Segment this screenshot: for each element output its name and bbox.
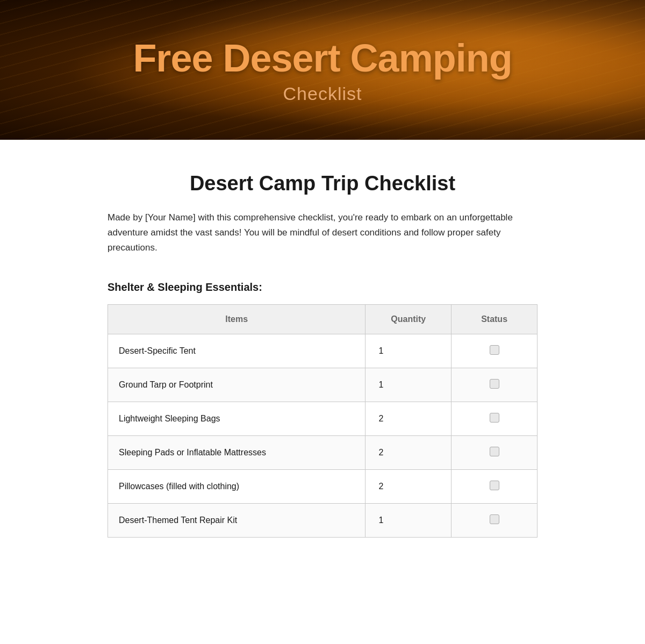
status-checkbox[interactable]	[490, 345, 499, 355]
col-header-status: Status	[452, 305, 538, 334]
cell-item: Desert-Specific Tent	[108, 334, 366, 368]
table-row: Pillowcases (filled with clothing)2	[108, 470, 538, 504]
cell-item: Ground Tarp or Footprint	[108, 368, 366, 402]
cell-quantity: 2	[366, 470, 452, 504]
status-checkbox[interactable]	[490, 447, 499, 456]
status-checkbox[interactable]	[490, 413, 499, 423]
status-checkbox[interactable]	[490, 514, 499, 524]
status-checkbox[interactable]	[490, 379, 499, 389]
main-content: Desert Camp Trip Checklist Made by [Your…	[64, 140, 580, 598]
cell-status[interactable]	[452, 402, 538, 436]
hero-title: Free Desert Camping	[133, 36, 512, 80]
page-description: Made by [Your Name] with this comprehens…	[108, 210, 538, 255]
cell-quantity: 1	[366, 334, 452, 368]
cell-item: Pillowcases (filled with clothing)	[108, 470, 366, 504]
hero-banner: Free Desert Camping Checklist	[0, 0, 645, 140]
table-row: Ground Tarp or Footprint1	[108, 368, 538, 402]
cell-quantity: 1	[366, 504, 452, 538]
section-heading: Shelter & Sleeping Essentials:	[108, 281, 538, 294]
hero-subtitle: Checklist	[283, 83, 362, 104]
checklist-table: Items Quantity Status Desert-Specific Te…	[108, 304, 538, 538]
table-row: Desert-Themed Tent Repair Kit1	[108, 504, 538, 538]
cell-status[interactable]	[452, 504, 538, 538]
cell-item: Sleeping Pads or Inflatable Mattresses	[108, 436, 366, 470]
cell-status[interactable]	[452, 470, 538, 504]
cell-quantity: 2	[366, 402, 452, 436]
cell-item: Desert-Themed Tent Repair Kit	[108, 504, 366, 538]
cell-status[interactable]	[452, 334, 538, 368]
cell-quantity: 2	[366, 436, 452, 470]
cell-status[interactable]	[452, 368, 538, 402]
shelter-section: Shelter & Sleeping Essentials: Items Qua…	[108, 281, 538, 538]
cell-quantity: 1	[366, 368, 452, 402]
table-row: Lightweight Sleeping Bags2	[108, 402, 538, 436]
cell-item: Lightweight Sleeping Bags	[108, 402, 366, 436]
table-header-row: Items Quantity Status	[108, 305, 538, 334]
col-header-quantity: Quantity	[366, 305, 452, 334]
status-checkbox[interactable]	[490, 481, 499, 490]
page-title: Desert Camp Trip Checklist	[108, 172, 538, 195]
col-header-items: Items	[108, 305, 366, 334]
table-row: Sleeping Pads or Inflatable Mattresses2	[108, 436, 538, 470]
table-row: Desert-Specific Tent1	[108, 334, 538, 368]
cell-status[interactable]	[452, 436, 538, 470]
